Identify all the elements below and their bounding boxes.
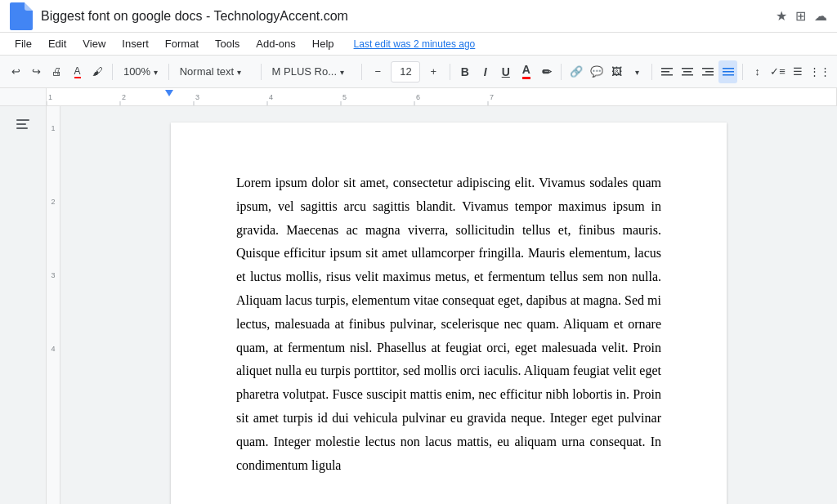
font-chevron-icon	[340, 65, 344, 78]
align-justify-icon	[722, 65, 735, 78]
document-page: Lorem ipsum dolor sit amet, consectetur …	[171, 123, 727, 504]
outline-icon[interactable]	[11, 113, 34, 136]
decrease-font-button[interactable]: −	[366, 60, 389, 83]
image-button[interactable]: 🖼	[607, 60, 626, 83]
align-right-icon	[701, 65, 714, 78]
link-button[interactable]: 🔗	[566, 60, 585, 83]
font-size-input[interactable]	[391, 61, 420, 83]
font-color-button[interactable]: A	[517, 60, 535, 83]
svg-rect-7	[705, 71, 714, 73]
increase-font-button[interactable]: +	[422, 60, 445, 83]
image-icon: 🖼	[611, 65, 622, 78]
comment-button[interactable]: 💬	[587, 60, 606, 83]
line-spacing-icon: ↕	[754, 65, 760, 78]
checklist-button[interactable]: ✓≡	[768, 60, 787, 83]
font-size-group: − +	[366, 60, 445, 83]
style-chevron-icon	[237, 65, 241, 78]
separator-7	[651, 64, 652, 80]
menu-tools[interactable]: Tools	[208, 36, 246, 51]
align-center-button[interactable]	[678, 60, 696, 83]
bold-button[interactable]: B	[455, 60, 474, 83]
svg-rect-8	[702, 74, 714, 76]
svg-rect-11	[723, 74, 734, 76]
align-justify-button[interactable]	[718, 60, 737, 83]
svg-rect-1	[661, 71, 669, 73]
separator-3	[261, 64, 262, 80]
star-icon[interactable]: ★	[776, 8, 787, 24]
svg-rect-28	[16, 123, 26, 125]
menu-edit[interactable]: Edit	[42, 36, 73, 51]
bold-icon: B	[461, 65, 469, 78]
comment-icon: 💬	[590, 65, 603, 78]
svg-rect-6	[702, 68, 714, 69]
more-options-icon: ⋮⋮	[809, 65, 830, 78]
document-outline-svg	[15, 116, 31, 132]
left-sidebar	[0, 106, 46, 504]
print-icon: 🖨	[51, 65, 62, 78]
more-options-button[interactable]: ⋮⋮	[809, 60, 830, 83]
align-center-icon	[681, 65, 694, 78]
italic-button[interactable]: I	[476, 60, 495, 83]
ruler-container: 1 2 3 4 5 6 7	[0, 88, 837, 106]
style-value: Normal text	[180, 65, 234, 78]
print-button[interactable]: 🖨	[47, 60, 66, 83]
svg-rect-3	[682, 68, 693, 69]
line-spacing-button[interactable]: ↕	[748, 60, 767, 83]
present-icon[interactable]: ⊞	[795, 8, 806, 24]
align-left-button[interactable]	[657, 60, 676, 83]
menu-format[interactable]: Format	[159, 36, 205, 51]
separator-2	[168, 64, 169, 80]
paint-format-button[interactable]: 🖌	[88, 60, 107, 83]
zoom-dropdown[interactable]: 100%	[118, 62, 163, 81]
underline-button[interactable]: U	[496, 60, 515, 83]
title-icons: ★ ⊞ ☁	[776, 8, 827, 24]
ruler-svg: 1 2 3 4 5 6 7	[47, 88, 836, 105]
image-dropdown-icon	[635, 65, 639, 78]
menu-view[interactable]: View	[76, 36, 112, 51]
svg-rect-2	[661, 74, 673, 76]
svg-text:7: 7	[490, 93, 494, 101]
svg-rect-27	[16, 119, 29, 121]
zoom-chevron-icon	[154, 65, 158, 78]
svg-rect-10	[723, 71, 734, 73]
separator-8	[742, 64, 743, 80]
style-dropdown[interactable]: Normal text	[174, 62, 256, 81]
font-dropdown[interactable]: M PLUS Ro...	[266, 62, 356, 81]
menu-file[interactable]: File	[8, 36, 38, 51]
svg-marker-26	[165, 90, 173, 96]
svg-rect-29	[16, 127, 28, 129]
svg-text:3: 3	[195, 93, 199, 101]
menu-insert[interactable]: Insert	[115, 36, 155, 51]
separator-6	[561, 64, 562, 80]
decrease-font-icon: −	[375, 65, 382, 78]
svg-text:1: 1	[51, 124, 55, 132]
font-value: M PLUS Ro...	[272, 65, 337, 78]
spellcheck-icon: A	[74, 65, 81, 78]
document-area: 1 2 3 4 Lorem ipsum dolor sit amet, cons…	[0, 106, 837, 504]
menu-bar: File Edit View Insert Format Tools Add-o…	[0, 33, 837, 56]
align-right-button[interactable]	[698, 60, 717, 83]
menu-help[interactable]: Help	[306, 36, 341, 51]
spellcheck-button[interactable]: A	[68, 60, 87, 83]
svg-text:4: 4	[269, 93, 273, 101]
page-content[interactable]: Lorem ipsum dolor sit amet, consectetur …	[236, 172, 661, 477]
image-chevron-button[interactable]	[628, 60, 647, 83]
doc-icon	[10, 2, 33, 30]
page-title: Biggest font on google docs - Technology…	[41, 9, 776, 24]
last-edit-text: Last edit was 2 minutes ago	[354, 38, 476, 50]
align-left-icon	[660, 65, 674, 78]
bullet-list-button[interactable]: ☰	[789, 60, 808, 83]
separator-4	[361, 64, 362, 80]
menu-addons[interactable]: Add-ons	[249, 36, 302, 51]
increase-font-icon: +	[431, 65, 437, 78]
separator-1	[112, 64, 113, 80]
horizontal-ruler: 1 2 3 4 5 6 7	[46, 88, 837, 105]
redo-button[interactable]: ↪	[27, 60, 46, 83]
bullet-list-icon: ☰	[793, 65, 803, 78]
highlight-button[interactable]: ✏	[537, 60, 556, 83]
scroll-area[interactable]: Lorem ipsum dolor sit amet, consectetur …	[60, 106, 837, 504]
cloud-icon[interactable]: ☁	[814, 8, 827, 24]
svg-rect-9	[723, 68, 734, 69]
undo-button[interactable]: ↩	[7, 60, 25, 83]
font-color-icon: A	[522, 64, 530, 78]
